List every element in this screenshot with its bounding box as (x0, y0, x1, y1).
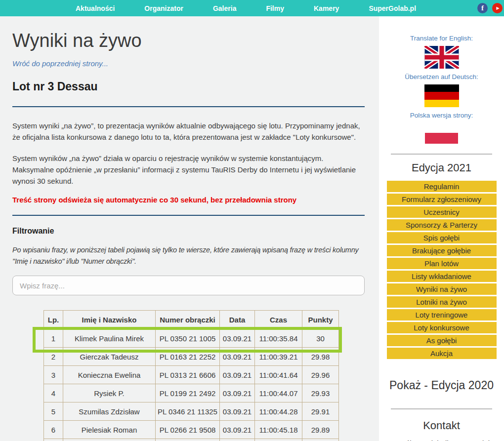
cell-lp: 3 (44, 366, 63, 384)
translate-english-link[interactable]: Translate for English: (379, 35, 504, 42)
table-header-row: Lp. Imię i Nazwisko Numer obrączki Data … (44, 311, 339, 329)
edition-menu: Regulamin Formularz zgłoszeniowy Uczestn… (379, 181, 504, 359)
cell-lp: 2 (44, 348, 63, 366)
col-header-time: Czas (255, 311, 302, 329)
menu-uczestnicy[interactable]: Uczestnicy (387, 206, 497, 218)
cell-points: 29.91 (302, 402, 339, 421)
intro-paragraph-2: System wyników „na żywo” działa w oparci… (12, 153, 365, 187)
cell-name: Gierczak Tadeusz (63, 348, 156, 366)
menu-plan-lotow[interactable]: Plan lotów (387, 258, 497, 269)
cell-date: 03.09.21 (220, 421, 255, 439)
cell-ring: PL 0163 21 2252 (156, 348, 220, 366)
cell-points: 29.98 (302, 348, 339, 366)
cell-name: Klimek Paulina Mirek (63, 329, 156, 348)
nav-item-kamery[interactable]: Kamery (314, 4, 339, 12)
translate-polish-link[interactable]: Polska wersja strony: (379, 112, 504, 119)
cell-ring: PL 0350 21 1005 (156, 329, 220, 348)
nav-item-galeria[interactable]: Galeria (213, 4, 236, 12)
intro-paragraph-1: System wyniki „na żywo”, to prezentacja … (12, 120, 365, 143)
cell-name: Rysiek P. (63, 384, 156, 402)
col-header-date: Data (220, 311, 255, 329)
cell-points: 29.93 (302, 384, 339, 402)
table-row: 1 Klimek Paulina Mirek PL 0350 21 1005 0… (44, 329, 339, 348)
menu-loty-treningowe[interactable]: Loty treningowe (387, 309, 497, 321)
poland-flag-icon[interactable] (425, 122, 458, 144)
menu-formularz-zgloszeniowy[interactable]: Formularz zgłoszeniowy (387, 194, 497, 205)
sidebar: Translate for English: Übersetzen auf De… (379, 16, 504, 441)
table-row: 4 Rysiek P. PL 0199 21 2492 03.09.21 11:… (44, 384, 339, 402)
divider (12, 106, 365, 107)
table-row: 3 Konieczna Ewelina PL 0313 21 6606 03.0… (44, 366, 339, 384)
table-row: 5 Szumilas Zdzisław PL 0346 21 11325 03.… (44, 402, 339, 421)
nav-item-organizator[interactable]: Organizator (144, 4, 183, 12)
menu-lotniki-na-zywo[interactable]: Lotniki na żywo (387, 296, 497, 308)
auto-refresh-notice: Treść strony odświeża się automatycznie … (12, 196, 365, 204)
cell-name: Szumilas Zdzisław (63, 402, 156, 421)
filter-input[interactable] (12, 276, 365, 295)
cell-name: Konieczna Ewelina (63, 366, 156, 384)
nav-item-filmy[interactable]: Filmy (266, 4, 284, 12)
cell-time: 11:00:44.28 (255, 402, 302, 421)
contact-text: Wspólny Gołębnik SuperGołąb SuperGolab.p… (379, 438, 504, 441)
cell-time: 11:00:39.21 (255, 348, 302, 366)
main-menu: Aktualności Organizator Galeria Filmy Ka… (0, 4, 416, 12)
table-row (44, 439, 339, 441)
cell-lp: 1 (44, 329, 63, 348)
contact-line-1: Wspólny Gołębnik SuperGołąb (391, 439, 492, 441)
uk-flag-icon[interactable] (424, 46, 459, 69)
facebook-icon[interactable]: f (477, 3, 488, 13)
cell-ring: PL 0346 21 11325 (156, 402, 220, 421)
divider (391, 154, 492, 155)
col-header-ring: Numer obrączki (156, 311, 220, 329)
menu-spis-golebi[interactable]: Spis gołębi (387, 232, 497, 243)
show-edition-2020-link[interactable]: Pokaż - Edycja 2020 (379, 379, 504, 392)
page-title: Wyniki na żywo (12, 30, 365, 51)
menu-regulamin[interactable]: Regulamin (387, 181, 497, 192)
cell-ring: PL 0199 21 2492 (156, 384, 220, 402)
table-row: 2 Gierczak Tadeusz PL 0163 21 2252 03.09… (44, 348, 339, 366)
contact-heading: Kontakt (379, 419, 504, 432)
divider (12, 215, 365, 216)
cell-points: 29.89 (302, 421, 339, 439)
social-links: f ▶ (477, 3, 504, 13)
edition-heading: Edycja 2021 (379, 161, 504, 174)
cell-date: 03.09.21 (220, 329, 255, 348)
cell-ring: PL 0266 21 9508 (156, 421, 220, 439)
menu-loty-konkursowe[interactable]: Loty konkursowe (387, 322, 497, 333)
menu-sponsorzy-parterzy[interactable]: Sponsorzy & Parterzy (387, 219, 497, 231)
cell-points: 30 (302, 329, 339, 348)
cell-date: 03.09.21 (220, 348, 255, 366)
cell-time: 11:00:45.18 (255, 421, 302, 439)
col-header-points: Punkty (302, 311, 339, 329)
menu-as-golebi[interactable]: As gołębi (387, 335, 497, 346)
cell-name: Pielesiak Roman (63, 421, 156, 439)
filter-heading: Filtrowanie (12, 227, 365, 236)
col-header-name: Imię i Nazwisko (63, 311, 156, 329)
menu-aukcja[interactable]: Aukcja (387, 348, 497, 359)
cell-time: 11:00:41.64 (255, 366, 302, 384)
cell-lp: 5 (44, 402, 63, 421)
cell-time: 11:00:35.84 (255, 329, 302, 348)
menu-listy-wkladaniowe[interactable]: Listy wkładaniowe (387, 271, 497, 282)
cell-points: 29.96 (302, 366, 339, 384)
nav-item-aktualnosci[interactable]: Aktualności (76, 4, 115, 12)
cell-lp: 6 (44, 421, 63, 439)
cell-lp: 4 (44, 384, 63, 402)
cell-ring: PL 0313 21 6606 (156, 366, 220, 384)
germany-flag-icon[interactable] (424, 84, 459, 107)
menu-wyniki-na-zywo[interactable]: Wyniki na żywo (387, 283, 497, 295)
youtube-icon[interactable]: ▶ (492, 3, 503, 13)
translate-german-link[interactable]: Übersetzen auf Deutsch: (379, 73, 504, 80)
divider (391, 408, 492, 409)
cell-date: 03.09.21 (220, 384, 255, 402)
results-table-wrap: Lp. Imię i Nazwisko Numer obrączki Data … (43, 310, 338, 441)
results-table: Lp. Imię i Nazwisko Numer obrączki Data … (43, 310, 339, 441)
cell-date: 03.09.21 (220, 402, 255, 421)
back-link[interactable]: Wróć do poprzedniej strony... (12, 59, 108, 68)
cell-date: 03.09.21 (220, 366, 255, 384)
lot-title: Lot nr 3 Dessau (12, 80, 365, 93)
menu-brakujace-golebie[interactable]: Brakujące gołębie (387, 245, 497, 256)
nav-item-supergolab[interactable]: SuperGolab.pl (369, 4, 416, 12)
table-row: 6 Pielesiak Roman PL 0266 21 9508 03.09.… (44, 421, 339, 439)
filter-description: Po wpisaniu frazy, w poniższej tabeli po… (12, 244, 365, 267)
